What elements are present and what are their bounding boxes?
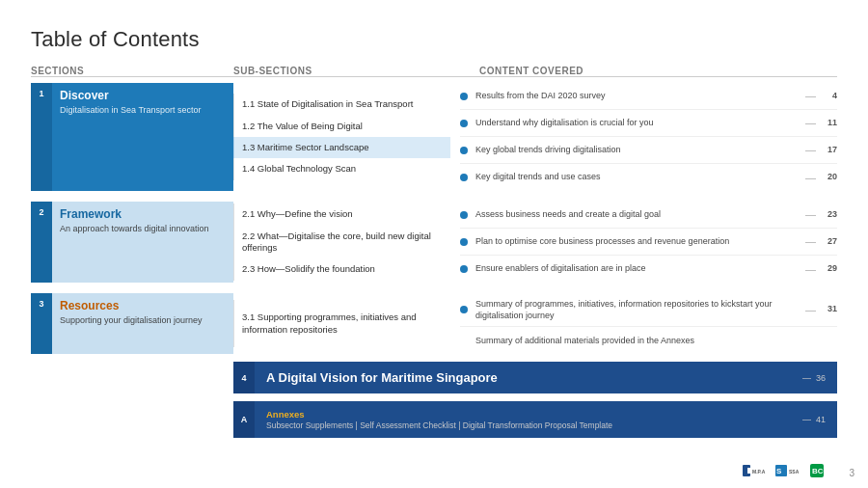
subsection-3-1: 3.1 Supporting programmes, initiatives a…: [233, 300, 450, 347]
section-textbox-discover: Discover Digitalisation in Sea Transport…: [52, 83, 233, 191]
content-text-1-2: Understand why digitalisation is crucial…: [475, 118, 800, 129]
section-textbox-framework: Framework An approach towards digital in…: [52, 202, 233, 283]
content-page-1-3: 17: [822, 145, 837, 156]
content-page-2-1: 23: [822, 209, 837, 221]
digital-vision-bar: A Digital Vision for Maritime Singapore …: [255, 362, 837, 393]
content-row-1-2: Understand why digitalisation is crucial…: [460, 110, 837, 137]
content-page-2-3: 29: [822, 263, 837, 275]
content-text-1-3: Key global trends driving digitalisation: [475, 145, 800, 156]
content-dot-3-1: [460, 306, 468, 313]
content-dot-1-2: [460, 120, 468, 127]
section-number-2: 2: [31, 202, 52, 283]
subsection-1-1: 1.1 State of Digitalisation in Sea Trans…: [233, 94, 450, 115]
content-text-3-2: Summary of additional materials provided…: [475, 335, 837, 346]
subsection-area-discover: 1.1 State of Digitalisation in Sea Trans…: [233, 83, 450, 191]
section-label-discover: 1 Discover Digitalisation in Sea Transpo…: [31, 83, 233, 191]
section-desc-resources: Supporting your digitalisation journey: [60, 314, 226, 326]
section-discover: 1 Discover Digitalisation in Sea Transpo…: [31, 83, 837, 191]
svg-text:SSA: SSA: [789, 469, 800, 474]
content-page-1-1: 4: [822, 91, 837, 102]
subsection-2-3: 2.3 How—Solidify the foundation: [233, 258, 450, 280]
content-dot-1-1: [460, 93, 468, 100]
annexes-content: Annexes Subsector Supplements | Self Ass…: [266, 409, 802, 430]
content-text-2-3: Ensure enablers of digitalisation are in…: [475, 263, 800, 275]
content-text-2-2: Plan to optimise core business processes…: [475, 236, 800, 248]
section-name-discover: Discover: [60, 89, 226, 102]
content-dot-1-4: [460, 174, 468, 181]
content-dot-2-1: [460, 211, 468, 219]
content-row-3-1: Summary of programmes, initiatives, info…: [460, 293, 837, 327]
section-name-resources: Resources: [60, 299, 226, 312]
digital-vision-row: 4 A Digital Vision for Maritime Singapor…: [31, 362, 837, 393]
bcg-logo-icon: BCG: [810, 463, 837, 478]
header-content: Content covered: [450, 66, 837, 76]
content-page-2-2: 27: [822, 236, 837, 248]
content-dot-2-2: [460, 238, 468, 246]
content-row-1-3: Key global trends driving digitalisation…: [460, 137, 837, 164]
section-resources: 3 Resources Supporting your digitalisati…: [31, 293, 837, 354]
annexes-title: Annexes: [266, 409, 802, 420]
section-textbox-resources: Resources Supporting your digitalisation…: [52, 293, 233, 354]
page-title: Table of Contents: [31, 27, 837, 52]
content-row-2-2: Plan to optimise core business processes…: [460, 229, 837, 256]
svg-text:BCG: BCG: [812, 467, 829, 475]
slide-number: 3: [849, 468, 854, 478]
annexes-page: — 41: [802, 415, 826, 424]
toc-table: 1 Discover Digitalisation in Sea Transpo…: [31, 83, 837, 438]
subsection-2-2: 2.2 What—Digitalise the core, build new …: [233, 226, 450, 259]
svg-text:M.P.A: M.P.A: [752, 469, 766, 474]
section-label-framework: 2 Framework An approach towards digital …: [31, 202, 233, 283]
section-number-a: A: [233, 401, 255, 438]
content-area-resources: Summary of programmes, initiatives, info…: [450, 293, 837, 354]
footer-logos: M.P.A S SSA BCG: [743, 463, 837, 478]
content-text-3-1: Summary of programmes, initiatives, info…: [475, 298, 800, 321]
header-subsections: Sub-sections: [233, 66, 450, 76]
content-text-2-1: Assess business needs and create a digit…: [475, 209, 800, 221]
subsection-2-1: 2.1 Why—Define the vision: [233, 203, 450, 225]
content-text-1-1: Results from the DAI 2020 survey: [475, 91, 800, 102]
section-number-1: 1: [31, 83, 52, 191]
mpa-logo-icon: M.P.A: [743, 463, 770, 478]
content-row-3-2: Summary of additional materials provided…: [460, 327, 837, 354]
section-desc-framework: An approach towards digital innovation: [60, 223, 226, 234]
content-page-3-1: 31: [822, 304, 837, 315]
content-row-2-1: Assess business needs and create a digit…: [460, 202, 837, 229]
section-number-4: 4: [233, 362, 255, 393]
content-page-1-4: 20: [822, 172, 837, 183]
slide: Table of Contents Sections Sub-sections …: [0, 0, 868, 488]
content-row-1-1: Results from the DAI 2020 survey — 4: [460, 83, 837, 110]
content-page-1-2: 11: [822, 118, 837, 129]
content-dot-2-3: [460, 265, 468, 273]
section-framework: 2 Framework An approach towards digital …: [31, 202, 837, 283]
table-header: Sections Sub-sections Content covered: [31, 66, 837, 77]
content-row-2-3: Ensure enablers of digitalisation are in…: [460, 256, 837, 283]
subsection-1-2: 1.2 The Value of Being Digital: [233, 116, 450, 137]
section-number-3: 3: [31, 293, 52, 354]
subsection-1-4: 1.4 Global Technology Scan: [233, 158, 450, 179]
header-sections: Sections: [31, 66, 233, 76]
footer: M.P.A S SSA BCG: [743, 463, 837, 478]
subsection-area-resources: 3.1 Supporting programmes, initiatives a…: [233, 293, 450, 354]
content-area-framework: Assess business needs and create a digit…: [450, 202, 837, 283]
ssa-logo-icon: S SSA: [775, 463, 804, 478]
content-dot-1-3: [460, 147, 468, 154]
content-row-1-4: Key digital trends and use cases — 20: [460, 164, 837, 191]
digital-vision-label: A Digital Vision for Maritime Singapore: [266, 370, 802, 385]
section-label-resources: 3 Resources Supporting your digitalisati…: [31, 293, 233, 354]
content-text-1-4: Key digital trends and use cases: [475, 172, 800, 183]
digital-vision-page: — 36: [802, 373, 826, 383]
annexes-desc: Subsector Supplements | Self Assessment …: [266, 420, 802, 430]
content-area-discover: Results from the DAI 2020 survey — 4 Und…: [450, 83, 837, 191]
section-desc-discover: Digitalisation in Sea Transport sector: [60, 104, 226, 116]
annexes-bar: Annexes Subsector Supplements | Self Ass…: [255, 401, 837, 438]
section-name-framework: Framework: [60, 207, 226, 221]
annexes-row: A Annexes Subsector Supplements | Self A…: [31, 401, 837, 438]
svg-rect-1: [747, 468, 750, 474]
subsection-area-framework: 2.1 Why—Define the vision 2.2 What—Digit…: [233, 202, 450, 283]
svg-text:S: S: [776, 467, 782, 475]
subsection-1-3: 1.3 Maritime Sector Landscape: [233, 137, 450, 158]
